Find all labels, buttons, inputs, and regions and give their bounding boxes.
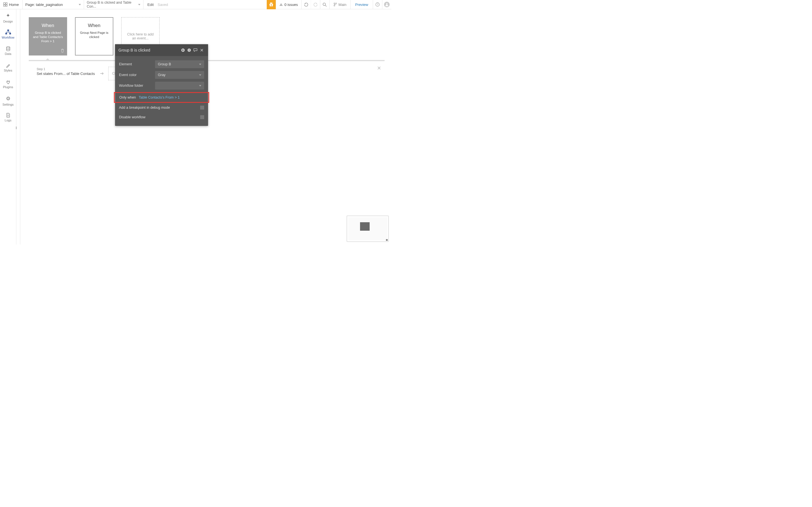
- panel-title: Group B is clicked: [118, 48, 180, 52]
- event-description: Group Next Page is clicked: [79, 31, 110, 39]
- home-label: Home: [9, 3, 19, 7]
- sidebar-item-logs[interactable]: Logs: [0, 109, 16, 126]
- sidebar-item-label: Settings: [3, 103, 14, 106]
- avatar-icon: [384, 2, 390, 7]
- svg-rect-2: [271, 4, 271, 6]
- left-sidebar: ✦ Design Workflow Data Styles Plugins ⚙ …: [0, 9, 16, 244]
- help-icon: ?: [375, 2, 380, 7]
- color-dropdown[interactable]: Gray: [155, 71, 204, 79]
- minimap-viewport: [348, 217, 387, 240]
- sidebar-item-plugins[interactable]: Plugins: [0, 76, 16, 93]
- minimap-panel-indicator: [360, 222, 370, 231]
- sidebar-item-data[interactable]: Data: [0, 43, 16, 59]
- gift-button[interactable]: [267, 0, 276, 9]
- event-when-label: When: [88, 23, 100, 29]
- svg-text:i: i: [189, 49, 190, 52]
- panel-header[interactable]: Group B is clicked i ✕: [115, 44, 208, 56]
- page-dropdown[interactable]: Page: table_pagination: [22, 0, 84, 9]
- svg-point-14: [6, 47, 10, 48]
- run-icon[interactable]: [180, 48, 186, 52]
- folder-dropdown[interactable]: [155, 82, 204, 90]
- sidebar-item-styles[interactable]: Styles: [0, 59, 16, 76]
- step-card[interactable]: Step 1 Set states From... of Table Conta…: [37, 65, 106, 82]
- breakpoint-label: Add a breakpoint in debug mode: [119, 106, 170, 110]
- svg-point-5: [334, 3, 335, 4]
- topbar: Home Page: table_pagination Group B is c…: [0, 0, 391, 9]
- disable-checkbox[interactable]: [200, 115, 204, 119]
- preview-button[interactable]: Preview: [350, 0, 373, 9]
- search-button[interactable]: [320, 0, 329, 9]
- help-button[interactable]: ?: [373, 0, 382, 9]
- workflow-dropdown[interactable]: Group B is clicked and Table Con...: [84, 0, 144, 9]
- property-label: Workflow folder: [119, 83, 155, 88]
- element-value: Group B: [158, 62, 171, 66]
- element-dropdown[interactable]: Group B: [155, 60, 204, 68]
- close-steps-button[interactable]: ✕: [377, 65, 381, 71]
- only-when-row-highlighted[interactable]: Only when Table Contacts's From > 1: [114, 92, 209, 103]
- svg-rect-12: [5, 33, 7, 34]
- sidebar-item-design[interactable]: ✦ Design: [0, 9, 16, 26]
- panel-body: Element Group B Event color Gray Workflo…: [115, 56, 208, 126]
- trash-icon[interactable]: [61, 49, 64, 53]
- svg-point-10: [386, 3, 388, 5]
- sidebar-item-label: Workflow: [2, 36, 14, 39]
- workflow-dropdown-label: Group B is clicked and Table Con...: [87, 1, 138, 8]
- branch-icon: [334, 3, 337, 6]
- minimap[interactable]: [347, 216, 389, 242]
- property-row-folder: Workflow folder: [119, 80, 204, 91]
- step-description: Set states From... of Table Contacts: [37, 71, 95, 76]
- branch-label: Main: [339, 3, 347, 7]
- redo-icon: [313, 2, 318, 7]
- workflow-icon: [5, 30, 11, 35]
- svg-point-6: [336, 3, 337, 4]
- property-panel: Group B is clicked i ✕ Element Group B E: [115, 44, 208, 126]
- only-when-label: Only when: [119, 96, 136, 100]
- svg-point-3: [323, 3, 326, 5]
- chevron-down-icon: [199, 74, 201, 76]
- search-icon: [322, 3, 327, 7]
- color-value: Gray: [158, 73, 165, 77]
- page-dropdown-label: Page: table_pagination: [26, 3, 63, 7]
- resize-handle-icon[interactable]: [386, 239, 388, 241]
- property-row-color: Event color Gray: [119, 69, 204, 80]
- sidebar-item-label: Design: [3, 20, 13, 23]
- property-label: Element: [119, 62, 155, 66]
- account-button[interactable]: [382, 0, 391, 9]
- info-icon[interactable]: i: [186, 48, 192, 52]
- comment-icon[interactable]: [192, 48, 199, 52]
- undo-button[interactable]: [301, 0, 311, 9]
- gift-icon: [269, 2, 273, 7]
- home-button[interactable]: Home: [0, 0, 22, 9]
- chevron-down-icon: [199, 85, 201, 87]
- sidebar-item-label: Styles: [4, 69, 12, 72]
- undo-icon: [304, 2, 308, 7]
- sidebar-item-label: Logs: [5, 119, 11, 122]
- branch-button[interactable]: Main: [329, 0, 350, 9]
- breakpoint-checkbox[interactable]: [200, 106, 204, 110]
- issues-button[interactable]: 0 issues: [276, 0, 301, 9]
- breakpoint-row: Add a breakpoint in debug mode: [119, 103, 204, 112]
- arrow-right-icon: ➔: [100, 71, 104, 76]
- edit-link[interactable]: Edit: [144, 3, 158, 7]
- warning-icon: [280, 3, 283, 6]
- event-card[interactable]: When Group Next Page is clicked: [75, 17, 113, 55]
- preview-label: Preview: [355, 3, 368, 7]
- chevron-down-icon: [138, 4, 140, 5]
- issues-count: 0 issues: [285, 3, 298, 7]
- styles-icon: [6, 63, 10, 68]
- redo-button[interactable]: [311, 0, 320, 9]
- sidebar-item-settings[interactable]: ⚙ Settings: [0, 93, 16, 109]
- add-event-label: Click here to add an event...: [126, 33, 154, 40]
- event-when-label: When: [42, 23, 54, 29]
- saved-status: Saved: [158, 3, 168, 7]
- disable-row: Disable workflow: [119, 112, 204, 122]
- svg-line-4: [325, 5, 326, 6]
- event-card-selected[interactable]: When Group B is clicked and Table Contac…: [29, 17, 67, 55]
- only-when-expression[interactable]: Table Contacts's From > 1: [139, 96, 207, 100]
- close-icon[interactable]: ✕: [199, 48, 205, 53]
- sidebar-item-workflow[interactable]: Workflow: [0, 26, 16, 43]
- property-row-element: Element Group B: [119, 59, 204, 69]
- grid-icon: [3, 3, 7, 6]
- sidebar-item-label: Data: [5, 52, 11, 55]
- step-number: Step 1: [37, 67, 95, 71]
